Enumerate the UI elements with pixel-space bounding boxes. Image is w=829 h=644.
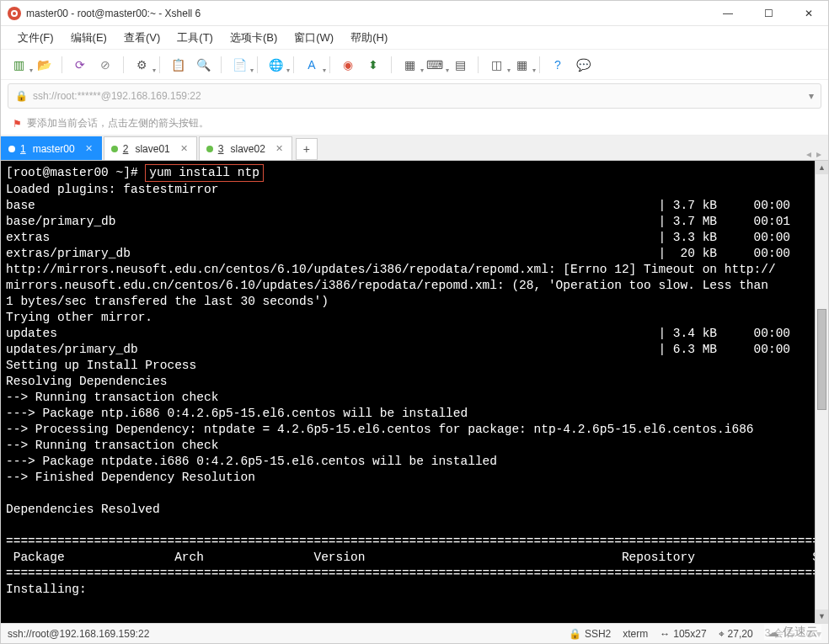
size-icon: ↔ [660,628,670,640]
status-dot-icon [111,146,118,152]
window-title: master00 - root@master00:~ - Xshell 6 [26,8,715,19]
menu-window[interactable]: 窗口(W) [287,29,340,47]
hint-bar: ⚑ 要添加当前会话，点击左侧的箭头按钮。 [1,112,828,136]
cursor-icon: ⌖ [719,628,725,640]
menu-help[interactable]: 帮助(H) [344,29,394,47]
tab-number: 3 [218,143,224,155]
log-icon[interactable]: ▤ [451,56,469,74]
scroll-up-icon[interactable]: ▲ [816,161,828,174]
reconnect-icon[interactable]: ⟳ [71,56,89,74]
menu-view[interactable]: 查看(V) [117,29,167,47]
maximize-button[interactable]: ☐ [756,8,781,19]
paste-icon[interactable]: 📄 [230,56,249,74]
tab-number: 2 [123,143,129,155]
xftp-icon[interactable]: ⬍ [364,56,382,74]
scrollbar[interactable]: ▲ ▼ [815,161,828,623]
status-protocol: 🔒 SSH2 [569,628,611,640]
menu-tabs[interactable]: 选项卡(B) [223,29,284,47]
xshell-icon[interactable]: ◉ [339,56,357,74]
properties-icon[interactable]: ⚙ [132,56,151,74]
status-term: xterm [623,628,648,640]
status-bar: ssh://root@192.168.169.159:22 🔒 SSH2 xte… [1,623,828,643]
address-dropdown-icon[interactable]: ▾ [809,90,814,102]
scroll-down-icon[interactable]: ▼ [816,609,828,623]
menu-bar: 文件(F) 编辑(E) 查看(V) 工具(T) 选项卡(B) 窗口(W) 帮助(… [1,26,828,50]
copy-icon[interactable]: 📋 [168,56,187,74]
scroll-thumb[interactable] [817,309,826,410]
menu-file[interactable]: 文件(F) [11,29,61,47]
menu-tools[interactable]: 工具(T) [170,29,220,47]
keyboard-icon[interactable]: ⌨ [425,56,444,74]
tab-label: master00 [33,143,75,155]
hint-text: 要添加当前会话，点击左侧的箭头按钮。 [27,116,209,130]
close-button[interactable]: ✕ [796,8,821,19]
status-dot-icon [8,146,15,152]
app-icon [8,7,21,20]
menu-edit[interactable]: 编辑(E) [64,29,114,47]
disconnect-icon[interactable]: ⊘ [96,56,115,74]
tab-close-icon[interactable]: ✕ [85,143,93,154]
tab-close-icon[interactable]: ✕ [275,143,283,154]
scroll-track[interactable] [816,174,828,609]
tab-nav: ◂ ▸ [806,148,828,160]
tab-label: slave01 [135,143,169,155]
terminal-icon[interactable]: ▦ [400,56,419,74]
tab-prev-icon[interactable]: ◂ [806,148,811,160]
tab-next-icon[interactable]: ▸ [816,148,821,160]
tab-strip: 1 master00 ✕ 2 slave01 ✕ 3 slave02 ✕ + ◂… [1,136,828,161]
status-address: ssh://root@192.168.169.159:22 [8,628,149,640]
tab-add-button[interactable]: + [296,138,318,160]
watermark-icon: ☁ [767,625,779,639]
tab-slave01[interactable]: 2 slave01 ✕ [104,136,197,160]
open-icon[interactable]: 📂 [35,56,53,74]
address-text: ssh://root:******@192.168.169.159:22 [33,90,809,102]
new-session-icon[interactable]: ▥ [9,56,28,74]
tab-number: 1 [20,143,26,155]
watermark-text: 亿速云 [783,625,818,640]
tab-slave02[interactable]: 3 slave02 ✕ [199,136,292,160]
status-pos: ⌖ 27,20 [719,628,753,640]
toolbar: ▥ 📂 ⟳ ⊘ ⚙ 📋 🔍 📄 🌐 A ◉ ⬍ ▦ ⌨ ▤ ◫ ▦ ? 💬 [1,50,828,80]
lock-icon: 🔒 [15,90,28,102]
status-size: ↔ 105x27 [660,628,706,640]
title-bar: master00 - root@master00:~ - Xshell 6 — … [1,1,828,26]
layout-icon[interactable]: ◫ [487,56,505,74]
flag-icon: ⚑ [13,118,22,130]
lock-small-icon: 🔒 [569,628,581,640]
tab-master00[interactable]: 1 master00 ✕ [1,136,102,160]
tab-close-icon[interactable]: ✕ [180,143,188,154]
globe-icon[interactable]: 🌐 [266,56,285,74]
terminal[interactable]: [root@master00 ~]# yum install ntp Loade… [1,161,815,623]
status-dot-icon [206,146,213,152]
help-icon[interactable]: ? [548,56,567,74]
font-icon[interactable]: A [302,56,321,74]
search-icon[interactable]: 🔍 [194,56,212,74]
svg-point-1 [13,12,16,15]
minimize-button[interactable]: — [715,8,741,19]
window-controls: — ☐ ✕ [715,8,821,19]
terminal-area: [root@master00 ~]# yum install ntp Loade… [1,161,828,623]
watermark: ☁ 亿速云 [764,625,821,640]
tile-icon[interactable]: ▦ [512,56,531,74]
chat-icon[interactable]: 💬 [574,56,592,74]
tab-label: slave02 [230,143,265,155]
address-bar[interactable]: 🔒 ssh://root:******@192.168.169.159:22 ▾ [8,83,821,109]
